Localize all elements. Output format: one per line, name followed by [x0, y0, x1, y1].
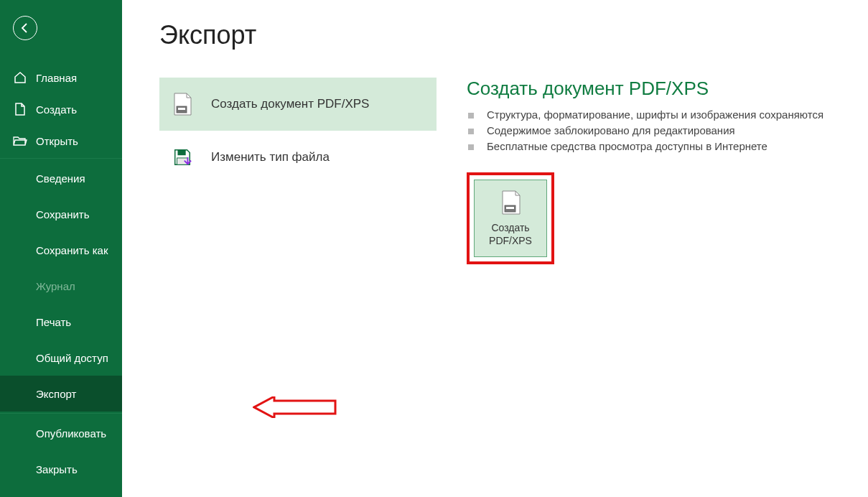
nav-share[interactable]: Общий доступ [0, 340, 122, 376]
back-button[interactable] [13, 16, 37, 40]
folder-open-icon [13, 134, 27, 148]
nav-home[interactable]: Главная [0, 62, 122, 93]
home-icon [13, 70, 27, 85]
svg-rect-5 [506, 207, 514, 209]
bullet-item: Бесплатные средства просмотра доступны в… [467, 140, 823, 152]
arrow-left-icon [19, 22, 31, 34]
nav-open[interactable]: Открыть [0, 125, 122, 157]
annotation-arrow-icon [253, 396, 339, 418]
nav-publish-label: Опубликовать [36, 427, 106, 440]
nav-share-label: Общий доступ [36, 352, 108, 364]
detail-bullets: Структура, форматирование, шрифты и изоб… [467, 108, 823, 152]
create-pdf-button-label: СоздатьPDF/XPS [489, 221, 532, 247]
pdf-document-icon [172, 92, 192, 116]
separator [0, 158, 122, 159]
save-as-icon [172, 145, 192, 169]
nav-open-label: Открыть [36, 135, 78, 147]
bullet-item: Структура, форматирование, шрифты и изоб… [467, 108, 823, 121]
nav-close[interactable]: Закрыть [0, 451, 122, 487]
nav-print-label: Печать [36, 316, 71, 328]
nav-close-label: Закрыть [36, 463, 78, 475]
separator [0, 413, 122, 414]
nav-info-label: Сведения [36, 172, 85, 185]
nav-new-label: Создать [36, 103, 77, 116]
nav-saveas-label: Сохранить как [36, 244, 108, 256]
option-create-pdf-xps[interactable]: Создать документ PDF/XPS [159, 78, 437, 131]
nav-new[interactable]: Создать [0, 93, 122, 125]
svg-rect-2 [177, 150, 185, 155]
nav-save[interactable]: Сохранить [0, 196, 122, 232]
export-options-list: Создать документ PDF/XPS Изменить тип фа… [159, 78, 437, 497]
create-pdf-xps-button[interactable]: СоздатьPDF/XPS [474, 180, 547, 257]
nav-history-label: Журнал [36, 280, 75, 292]
option-pdf-label: Создать документ PDF/XPS [211, 97, 369, 111]
option-change-file-type[interactable]: Изменить тип файла [159, 131, 437, 184]
nav-publish[interactable]: Опубликовать [0, 415, 122, 451]
nav-print[interactable]: Печать [0, 304, 122, 340]
nav-home-label: Главная [36, 72, 77, 84]
pdf-document-icon [500, 190, 521, 215]
nav-export-label: Экспорт [36, 388, 76, 400]
backstage-sidebar: Главная Создать Открыть Сведения Сохрани… [0, 0, 122, 497]
svg-rect-3 [177, 158, 188, 164]
document-icon [13, 102, 27, 116]
main-content: Экспорт Создать документ PDF/XPS [122, 0, 868, 497]
svg-rect-1 [178, 108, 185, 110]
detail-title: Создать документ PDF/XPS [467, 78, 823, 100]
nav-history: Журнал [0, 268, 122, 304]
nav-save-label: Сохранить [36, 208, 90, 220]
option-changetype-label: Изменить тип файла [211, 150, 330, 164]
nav-saveas[interactable]: Сохранить как [0, 232, 122, 268]
nav-export[interactable]: Экспорт [0, 376, 122, 412]
bullet-item: Содержимое заблокировано для редактирова… [467, 124, 823, 136]
annotation-highlight-box: СоздатьPDF/XPS [467, 172, 554, 264]
page-title: Экспорт [159, 20, 256, 50]
detail-pane: Создать документ PDF/XPS Структура, форм… [467, 78, 823, 497]
nav-info[interactable]: Сведения [0, 160, 122, 196]
